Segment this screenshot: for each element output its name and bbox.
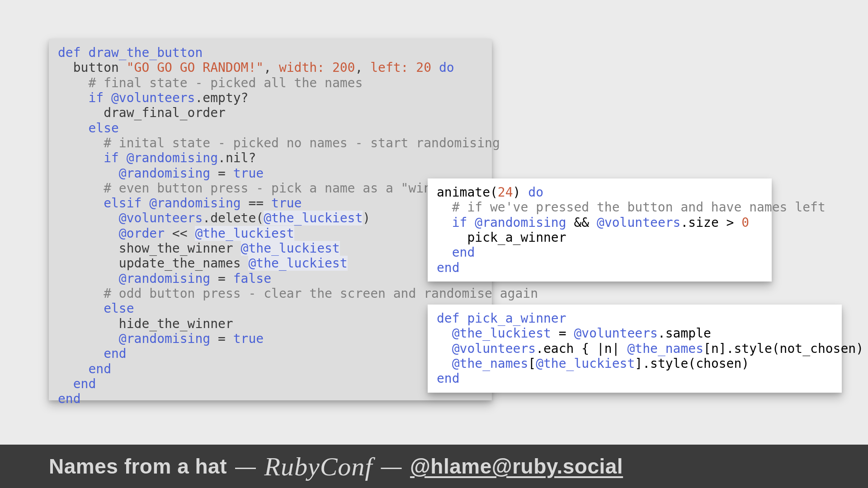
code-token: @volunteers <box>119 211 203 225</box>
code-token: animate( <box>437 185 498 200</box>
code-token <box>58 211 119 225</box>
code-token: @the_luckiest <box>195 226 294 241</box>
footer-conf-logo: RubyConf <box>264 451 373 482</box>
code-token: @volunteers <box>574 326 657 341</box>
code-token: 20 <box>416 60 431 75</box>
code-token <box>437 326 452 341</box>
code-comment: # final state - picked all the names <box>88 75 363 90</box>
code-token <box>408 60 416 75</box>
code-token: false <box>233 271 271 286</box>
code-token <box>58 226 119 241</box>
code-token: elsif <box>104 196 142 211</box>
code-token <box>58 90 88 105</box>
code-token: .delete( <box>203 211 264 225</box>
code-token <box>58 346 104 361</box>
code-comment: # even button press - pick a name as a "… <box>104 181 462 196</box>
code-token: def <box>58 45 81 60</box>
code-token: @the_luckiest <box>248 256 347 271</box>
code-comment: # inital state - picked no names - start… <box>104 136 500 150</box>
code-token: [ <box>528 356 536 371</box>
code-token <box>142 196 149 211</box>
code-token: @randomising <box>119 271 210 286</box>
code-token: if <box>88 90 104 105</box>
code-token: draw_the_button <box>81 45 203 60</box>
code-token: = <box>210 166 233 181</box>
code-token <box>437 200 452 215</box>
slide-footer: Names from a hat — RubyConf — @hlame@rub… <box>0 445 868 488</box>
code-token: 24 <box>498 185 513 200</box>
code-token: if <box>104 150 119 165</box>
code-token: draw_final_order <box>58 105 226 120</box>
code-token: , <box>264 60 279 75</box>
code-token: = <box>210 331 233 346</box>
code-token <box>467 215 475 230</box>
code-token: @volunteers <box>597 215 680 230</box>
code-token: @randomising <box>119 331 210 346</box>
code-token: 0 <box>741 215 749 230</box>
code-token: , <box>355 60 370 75</box>
code-block-pick-winner: def pick_a_winner @the_luckiest = @volun… <box>428 305 842 393</box>
code-token: hide_the_winner <box>58 316 233 331</box>
code-token: .each { |n| <box>536 341 627 356</box>
code-token: @volunteers <box>111 90 195 105</box>
code-token: .size > <box>680 215 741 230</box>
code-token: end <box>58 391 81 406</box>
code-token: true <box>233 166 264 181</box>
footer-sep: — <box>381 454 402 479</box>
code-comment: # if we've pressed the button and have n… <box>452 200 826 215</box>
code-token: show_the_winner <box>58 241 241 256</box>
code-token: @the_luckiest <box>452 326 551 341</box>
code-token: end <box>73 376 96 391</box>
code-token: true <box>233 331 264 346</box>
code-token: @the_luckiest <box>264 211 363 225</box>
code-token: @the_names <box>627 341 703 356</box>
code-token: def <box>437 311 460 326</box>
code-token: button <box>58 60 127 75</box>
code-token <box>58 196 104 211</box>
code-token: "GO GO GO RANDOM!" <box>127 60 264 75</box>
code-token: else <box>88 121 118 136</box>
code-token: end <box>437 371 460 386</box>
code-token: else <box>104 301 134 316</box>
code-token: @order <box>119 226 165 241</box>
code-token: pick_a_winner <box>437 230 566 245</box>
code-token: true <box>271 196 302 211</box>
code-token: @the_luckiest <box>536 356 635 371</box>
code-token: @randomising <box>119 166 210 181</box>
code-token: && <box>566 215 597 230</box>
code-token <box>58 75 88 90</box>
code-token: ) <box>513 185 528 200</box>
code-token: left: <box>370 60 408 75</box>
code-token <box>437 215 452 230</box>
code-token <box>58 181 104 196</box>
code-token: @randomising <box>475 215 566 230</box>
code-token: @volunteers <box>452 341 536 356</box>
code-token: @the_names <box>452 356 528 371</box>
code-token: end <box>88 361 111 376</box>
code-token <box>58 301 104 316</box>
code-token: @randomising <box>149 196 241 211</box>
footer-handle: @hlame@ruby.social <box>410 454 623 479</box>
code-token <box>431 60 439 75</box>
code-token <box>58 121 88 136</box>
code-token: update_the_names <box>58 256 248 271</box>
code-token: end <box>452 245 475 260</box>
code-token: end <box>104 346 127 361</box>
code-token <box>104 90 111 105</box>
code-token <box>58 136 104 150</box>
code-token: << <box>165 226 195 241</box>
code-token: = <box>210 271 233 286</box>
code-block-main: def draw_the_button button "GO GO GO RAN… <box>49 39 492 400</box>
code-token: ) <box>363 211 370 225</box>
code-token <box>58 150 104 165</box>
code-token <box>58 331 119 346</box>
code-token <box>58 376 73 391</box>
code-token: .empty? <box>195 90 248 105</box>
code-token: pick_a_winner <box>460 311 566 326</box>
code-token <box>58 286 104 301</box>
code-token: .nil? <box>218 150 256 165</box>
code-token <box>58 271 119 286</box>
code-token: do <box>528 185 543 200</box>
code-token <box>437 356 452 371</box>
code-token: end <box>437 260 460 275</box>
